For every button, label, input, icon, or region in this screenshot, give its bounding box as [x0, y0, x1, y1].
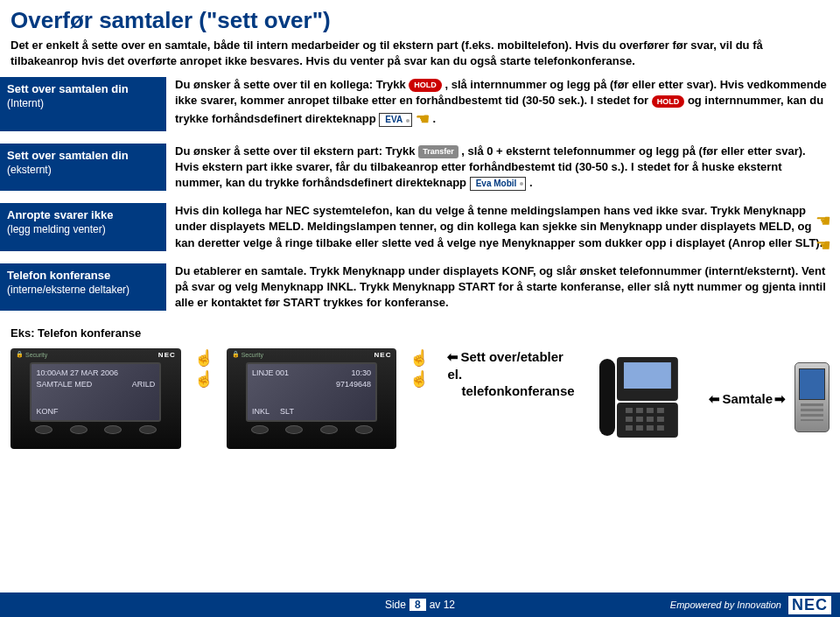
- svg-rect-6: [647, 408, 654, 413]
- footer-av: av 12: [430, 599, 455, 611]
- screen-bottom1: KONF: [36, 406, 58, 417]
- page-description: Det er enkelt å sette over en samtale, b…: [0, 38, 840, 77]
- section-anropte-body: Hvis din kollega har NEC systemtelefon, …: [166, 203, 840, 251]
- pointing-hand-icon: ☚: [816, 235, 831, 256]
- svg-rect-5: [636, 408, 643, 413]
- section-konferanse-label: Telefon konferanse (interne/eksterne del…: [0, 263, 166, 312]
- text: .: [529, 176, 533, 189]
- hand-column: ☝ ☝: [190, 348, 218, 389]
- transfer-button: Transfer: [418, 145, 458, 158]
- label-sub: (Internt): [7, 97, 159, 111]
- pointing-hand-icon: ☝: [410, 348, 429, 368]
- nec-logo: NEC: [788, 596, 831, 614]
- caption-samtale-text: Samtale: [709, 391, 786, 406]
- label-sub: (eksternt): [7, 164, 159, 178]
- nec-brand: NEC: [374, 351, 392, 359]
- label-main: Sett over samtalen din: [7, 149, 129, 162]
- text: Du ønsker å sette over til ekstern part:…: [175, 144, 416, 158]
- screen-line2: 97149648: [252, 379, 371, 390]
- desk-phone-icon: [591, 348, 696, 445]
- svg-rect-13: [636, 425, 643, 431]
- side-hand-icons: ☚ ☚: [816, 210, 831, 256]
- section-ekstern-body: Du ønsker å sette over til ekstern part:…: [166, 144, 840, 192]
- page-title: Overfør samtaler ("sett over"): [0, 0, 840, 38]
- phone-device-right: 🔒Security NEC LINJE 001 10:30 97149648 I…: [227, 348, 397, 449]
- section-anropte-label: Anropte svarer ikke (legg melding venter…: [0, 203, 166, 251]
- caption-settover: Sett over/etabler el. telefonkonferanse: [442, 348, 581, 400]
- screen-line1: 10:00AM 27 MAR 2006: [36, 368, 155, 379]
- pointing-hand-icon: ☝: [410, 369, 429, 389]
- nec-brand: NEC: [158, 351, 176, 359]
- phone-screen-right: LINJE 001 10:30 97149648 INKL SLT: [246, 362, 377, 422]
- example-label: Eks: Telefon konferanse: [0, 323, 840, 343]
- section-intern: Sett over samtalen din (Internt) Du ønsk…: [0, 77, 840, 131]
- label-sub: (legg melding venter): [7, 223, 159, 237]
- label-main: Anropte svarer ikke: [7, 208, 113, 221]
- security-label: 🔒Security: [16, 351, 47, 358]
- caption-line2: telefonkonferanse: [447, 382, 581, 400]
- pointing-hand-icon: ☝: [194, 369, 214, 389]
- screen-line2b: ARILD: [132, 379, 156, 390]
- section-ekstern: Sett over samtalen din (eksternt) Du øns…: [0, 144, 840, 192]
- svg-rect-9: [636, 417, 643, 422]
- screen-line1b: 10:30: [352, 368, 372, 379]
- phone-soft-buttons: [227, 422, 397, 434]
- phone-screen-left: 10:00AM 27 MAR 2006 SAMTALE MED ARILD KO…: [30, 362, 161, 422]
- caption-line1: Sett over/etabler el.: [447, 348, 581, 382]
- label-main: Telefon konferanse: [7, 269, 110, 282]
- label-sub: (interne/eksterne deltaker): [7, 284, 159, 298]
- svg-rect-10: [647, 417, 654, 422]
- footer-page-number: 8: [410, 599, 426, 611]
- section-intern-body: Du ønsker å sette over til en kollega: T…: [166, 77, 840, 131]
- svg-rect-8: [626, 417, 633, 422]
- screen-line1a: LINJE 001: [252, 368, 289, 379]
- section-anropte: Anropte svarer ikke (legg melding venter…: [0, 203, 840, 251]
- phone-device-left: 🔒Security NEC 10:00AM 27 MAR 2006 SAMTAL…: [10, 348, 181, 449]
- footer-tagline: Empowered by Innovation: [670, 599, 781, 610]
- section-ekstern-label: Sett over samtalen din (eksternt): [0, 144, 166, 192]
- screen-line2a: SAMTALE MED: [36, 379, 92, 390]
- text: .: [432, 113, 436, 126]
- svg-rect-11: [657, 417, 664, 422]
- mobile-phone-icon: [794, 362, 830, 432]
- svg-rect-1: [624, 362, 671, 389]
- hold-button: HOLD: [652, 95, 685, 109]
- svg-rect-12: [626, 425, 633, 431]
- svg-rect-7: [657, 408, 664, 413]
- svg-rect-14: [647, 425, 654, 431]
- hold-button: HOLD: [409, 79, 442, 92]
- screen-bottom2: SLT: [280, 406, 294, 417]
- section-konferanse: Telefon konferanse (interne/eksterne del…: [0, 263, 840, 312]
- phone-soft-buttons: [10, 422, 181, 434]
- phones-row: 🔒Security NEC 10:00AM 27 MAR 2006 SAMTAL…: [0, 343, 840, 449]
- svg-rect-15: [657, 425, 664, 431]
- footer: Side 8 av 12 Empowered by Innovation NEC: [0, 592, 840, 617]
- pointing-hand-icon: ☚: [816, 210, 831, 231]
- security-label: 🔒Security: [232, 351, 263, 358]
- caption-samtale: Samtale: [704, 390, 786, 408]
- section-konferanse-body: Du etablerer en samtale. Trykk Menyknapp…: [166, 263, 840, 312]
- pointing-hand-icon: ☝: [194, 348, 214, 368]
- text: Du ønsker å sette over til en kollega: T…: [175, 78, 409, 91]
- footer-side: Side: [385, 599, 406, 611]
- section-intern-label: Sett over samtalen din (Internt): [0, 77, 166, 131]
- svg-rect-3: [599, 359, 615, 436]
- pointing-hand-icon: ☚: [416, 109, 430, 130]
- label-main: Sett over samtalen din: [7, 82, 129, 95]
- screen-bottom1: INKL: [252, 406, 270, 417]
- eva-mobil-button: Eva Mobil: [470, 177, 527, 191]
- hand-column: ☝ ☝: [405, 348, 433, 389]
- eva-button: EVA: [379, 113, 412, 127]
- svg-rect-4: [626, 408, 633, 413]
